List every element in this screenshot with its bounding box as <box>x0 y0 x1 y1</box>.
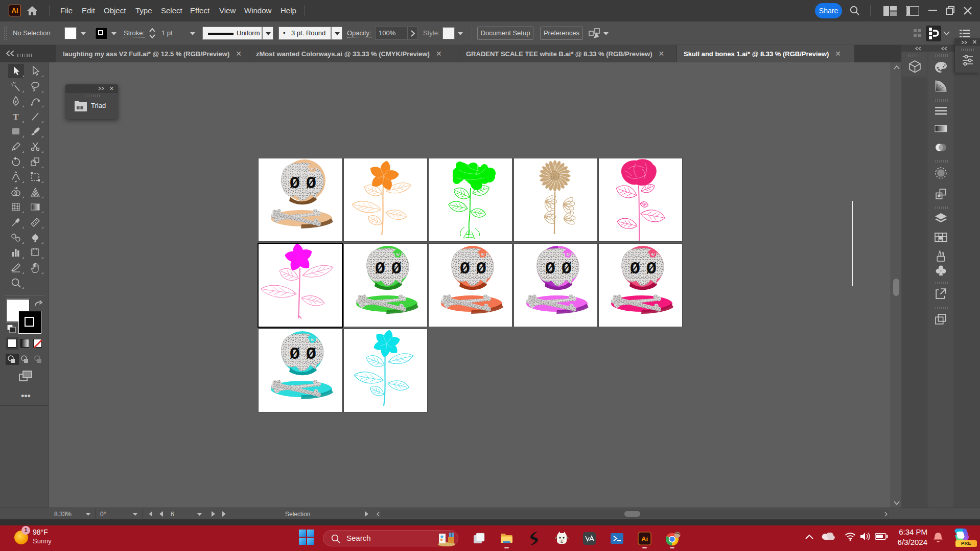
svg-text:Ø: Ø <box>375 260 385 279</box>
svg-text:Ø: Ø <box>460 260 470 279</box>
svg-text:Ø: Ø <box>476 260 486 279</box>
svg-text:Ø: Ø <box>306 345 316 364</box>
svg-text:Ø: Ø <box>391 260 402 279</box>
svg-text:T: T <box>13 112 19 122</box>
svg-text:Ø: Ø <box>562 260 572 279</box>
svg-text:Ø: Ø <box>646 260 657 279</box>
svg-text:Ø: Ø <box>290 345 300 364</box>
svg-text:Ai: Ai <box>641 535 648 543</box>
svg-text:Ø: Ø <box>630 260 640 279</box>
svg-text:Ø: Ø <box>545 260 555 279</box>
svg-text:Ø: Ø <box>306 174 316 193</box>
svg-text:Ø: Ø <box>290 174 300 193</box>
